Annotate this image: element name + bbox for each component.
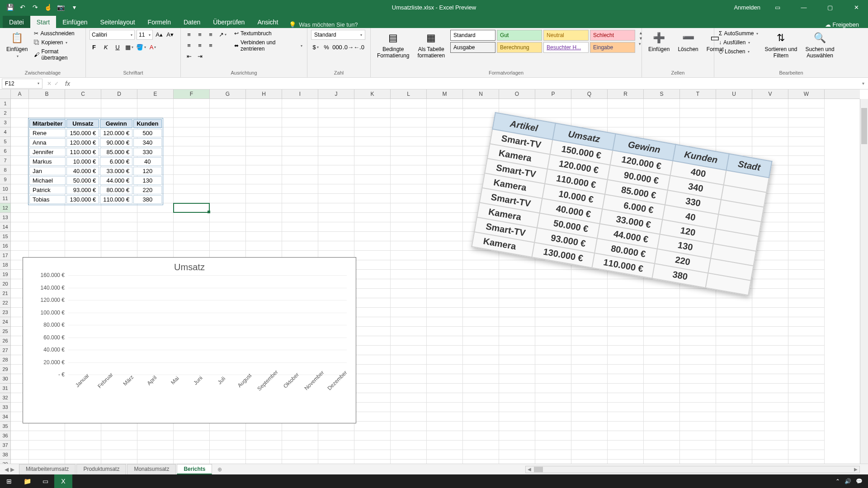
tab-daten[interactable]: Daten [177, 16, 207, 28]
insert-cells-button[interactable]: ➕Einfügen [646, 30, 672, 54]
col-header-E[interactable]: E [137, 89, 174, 99]
row-header-27[interactable]: 27 [0, 346, 10, 355]
align-left-icon[interactable]: ≡ [184, 41, 193, 50]
tray-volume-icon[interactable]: 🔊 [844, 478, 851, 484]
row-header-4[interactable]: 4 [0, 127, 10, 137]
row-header-17[interactable]: 17 [0, 251, 10, 260]
font-name-dropdown[interactable]: Calibri▾ [90, 30, 135, 40]
decrease-font-icon[interactable]: A▾ [165, 30, 175, 39]
row-header-25[interactable]: 25 [0, 327, 10, 336]
maximize-icon[interactable]: ▢ [821, 0, 839, 14]
format-painter-button[interactable]: 🖌 Format übertragen [33, 48, 82, 61]
decrease-indent-icon[interactable]: ⇤ [184, 52, 193, 61]
col-header-H[interactable]: H [246, 89, 282, 99]
copy-button[interactable]: ⿻ Kopieren▾ [33, 39, 82, 46]
col-header-N[interactable]: N [463, 89, 499, 99]
find-select-button[interactable]: 🔍Suchen und Auswählen [803, 30, 837, 61]
comma-icon[interactable]: 000 [333, 42, 342, 52]
table-header[interactable]: Umsatz [66, 119, 99, 128]
fill-color-icon[interactable]: 🪣▾ [137, 42, 146, 52]
underline-button[interactable]: U [113, 42, 122, 52]
row-header-37[interactable]: 37 [0, 441, 10, 450]
col-header-U[interactable]: U [716, 89, 752, 99]
name-box[interactable]: F12▾ [2, 79, 42, 89]
currency-icon[interactable]: $▾ [311, 42, 320, 52]
table-row[interactable]: Rene150.000 €120.000 €500 [29, 129, 162, 137]
enter-formula-icon[interactable]: ✓ [54, 80, 59, 87]
table-row[interactable]: Jan40.000 €33.000 €120 [29, 167, 162, 175]
col-header-V[interactable]: V [752, 89, 788, 99]
hscroll-right-icon[interactable]: ▶ [852, 467, 859, 472]
cell-style-swatch[interactable]: Besuchter H... [543, 42, 589, 53]
row-header-20[interactable]: 20 [0, 279, 10, 289]
row-header-8[interactable]: 8 [0, 165, 10, 175]
row-header-33[interactable]: 33 [0, 403, 10, 412]
spreadsheet-grid[interactable]: ABCDEFGHIJKLMNOPQRSTUVW 1234567891011121… [0, 89, 868, 464]
vscroll-thumb[interactable] [861, 108, 867, 144]
col-header-T[interactable]: T [680, 89, 716, 99]
col-header-L[interactable]: L [391, 89, 427, 99]
row-header-28[interactable]: 28 [0, 355, 10, 365]
tell-me-search[interactable]: 💡 Was möchten Sie tun? [289, 21, 358, 28]
row-header-12[interactable]: 12 [0, 203, 10, 213]
chart[interactable]: Umsatz 160.000 €140.000 €120.000 €100.00… [23, 257, 356, 423]
align-center-icon[interactable]: ≡ [195, 41, 204, 50]
tab-formeln[interactable]: Formeln [142, 16, 177, 28]
row-header-6[interactable]: 6 [0, 146, 10, 156]
excel-taskbar-icon[interactable]: X [54, 474, 72, 488]
tab-seitenlayout[interactable]: Seitenlayout [94, 16, 142, 28]
signin-button[interactable]: Anmelden [734, 4, 760, 11]
tab-datei[interactable]: Datei [3, 16, 30, 28]
font-size-dropdown[interactable]: 11▾ [137, 30, 153, 40]
row-header-26[interactable]: 26 [0, 336, 10, 346]
table-row[interactable]: Tobias130.000 €110.000 €380 [29, 195, 162, 204]
tab-start[interactable]: Start [30, 16, 57, 28]
tab-einfuegen[interactable]: Einfügen [56, 16, 94, 28]
sheet-tab[interactable]: Monatsumsatz [127, 464, 176, 474]
employee-table[interactable]: MitarbeiterUmsatzGewinnKundenRene150.000… [28, 118, 163, 205]
col-header-Q[interactable]: Q [571, 89, 608, 99]
table-row[interactable]: Markus10.000 €6.000 €40 [29, 157, 162, 166]
increase-indent-icon[interactable]: ⇥ [195, 52, 204, 61]
sheet-tab[interactable]: Produktumsatz [76, 464, 126, 474]
expand-formula-icon[interactable]: ▾ [859, 81, 868, 86]
row-header-19[interactable]: 19 [0, 270, 10, 279]
table-row[interactable]: Anna120.000 €90.000 €340 [29, 138, 162, 147]
table-header[interactable]: Kunden [133, 119, 161, 128]
sheet-nav-next-icon[interactable]: ▶ [10, 466, 14, 473]
table-row[interactable]: Patrick93.000 €80.000 €220 [29, 186, 162, 194]
align-right-icon[interactable]: ≡ [206, 41, 215, 50]
sheet-nav-prev-icon[interactable]: ◀ [5, 466, 9, 473]
row-header-5[interactable]: 5 [0, 137, 10, 146]
column-headers[interactable]: ABCDEFGHIJKLMNOPQRSTUVW [11, 89, 860, 99]
row-header-2[interactable]: 2 [0, 108, 10, 118]
tray-action-center-icon[interactable]: 💬 [856, 478, 863, 484]
col-header-C[interactable]: C [65, 89, 101, 99]
col-header-W[interactable]: W [788, 89, 825, 99]
row-header-13[interactable]: 13 [0, 213, 10, 222]
col-header-A[interactable]: A [11, 89, 29, 99]
tray-up-icon[interactable]: ⌃ [835, 478, 840, 484]
share-button[interactable]: ☁ Freigeben [825, 21, 859, 28]
row-header-38[interactable]: 38 [0, 450, 10, 460]
row-header-31[interactable]: 31 [0, 384, 10, 393]
qat-dropdown-icon[interactable]: ▾ [70, 3, 79, 12]
col-header-S[interactable]: S [644, 89, 680, 99]
table-header[interactable]: Gewinn [100, 119, 132, 128]
row-header-34[interactable]: 34 [0, 412, 10, 422]
wrap-text-button[interactable]: ↩ Textumbruch [233, 30, 303, 37]
cell-style-swatch[interactable]: Berechnung [497, 42, 542, 53]
camera-icon[interactable]: 📷 [56, 3, 65, 12]
decrease-decimal-icon[interactable]: ←.0 [354, 42, 363, 52]
row-header-35[interactable]: 35 [0, 422, 10, 431]
row-header-1[interactable]: 1 [0, 99, 10, 108]
tab-ueberpruefen[interactable]: Überprüfen [207, 16, 251, 28]
border-icon[interactable]: ▦▾ [125, 42, 134, 52]
align-top-icon[interactable]: ≡ [184, 30, 193, 39]
minimize-icon[interactable]: — [795, 0, 813, 14]
tab-ansicht[interactable]: Ansicht [251, 16, 284, 28]
col-header-J[interactable]: J [318, 89, 354, 99]
row-headers[interactable]: 1234567891011121314151617181920212223242… [0, 99, 11, 464]
row-header-16[interactable]: 16 [0, 241, 10, 251]
autosum-button[interactable]: Σ AutoSumme▾ [718, 30, 759, 37]
